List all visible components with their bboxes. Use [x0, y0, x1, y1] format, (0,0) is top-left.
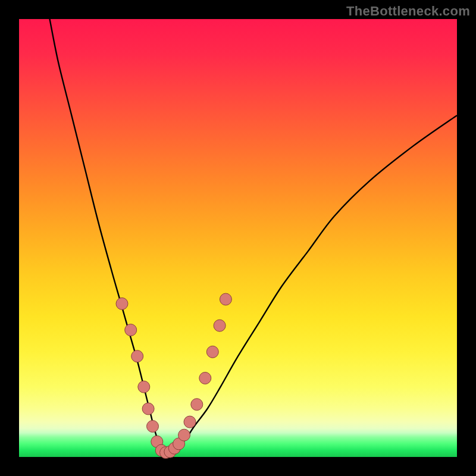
curve-marker: [178, 429, 190, 441]
curve-marker: [116, 298, 128, 309]
curve-marker: [138, 381, 150, 393]
curve-marker: [206, 346, 218, 358]
curve-marker: [125, 324, 137, 336]
watermark-text: TheBottleneck.com: [346, 4, 470, 19]
curve-marker: [147, 421, 159, 433]
curve-marker: [214, 320, 226, 331]
curve-marker: [199, 372, 211, 384]
curve-marker: [220, 293, 231, 305]
bottleneck-curve-path: [50, 19, 458, 453]
curve-marker: [142, 403, 154, 415]
curve-markers: [116, 293, 231, 459]
bottleneck-curve-svg: [19, 19, 457, 457]
plot-area: [19, 19, 457, 457]
curve-marker: [191, 399, 203, 411]
curve-marker: [131, 350, 143, 362]
curve-marker: [184, 416, 196, 428]
chart-stage: TheBottleneck.com: [0, 0, 476, 476]
